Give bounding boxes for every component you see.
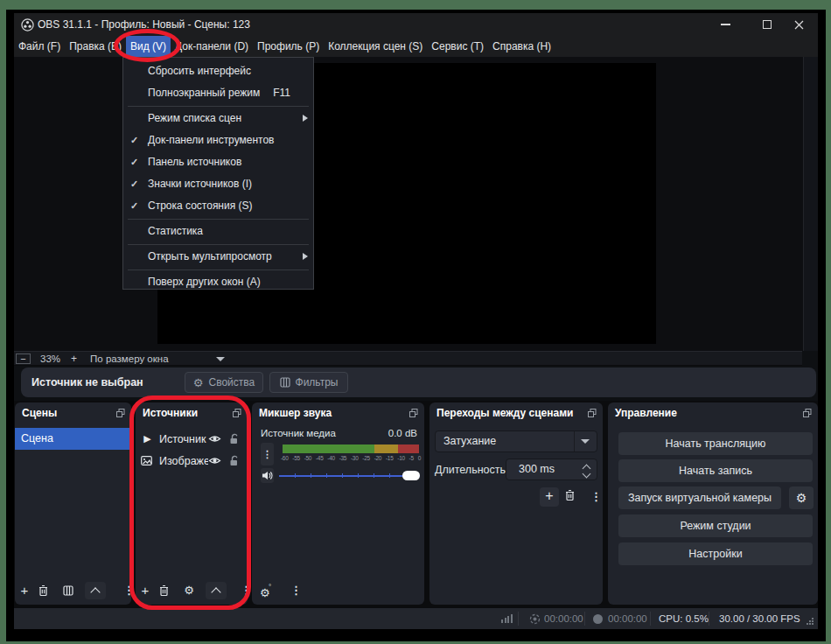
close-button[interactable] [784,13,814,36]
mixer-channel-name: Источник медиа [261,428,336,438]
controls-dock: Управление Начать трансляцию Начать запи… [608,402,818,605]
menu-scene-collection[interactable]: Коллекция сцен (S) [324,36,427,57]
scenes-dock: Сцены Сцена + ⋮ [15,402,131,605]
menu-help[interactable]: Справка (Н) [488,36,555,57]
duration-spinbox[interactable]: 300 ms [506,458,597,480]
filter-icon [280,377,290,388]
checkmark-icon: ✓ [130,195,138,217]
menu-item-fullscreen[interactable]: Полноэкранный режимF11 [123,82,313,104]
menu-item-status-bar[interactable]: ✓Строка состояния (S) [123,195,313,217]
scene-item[interactable]: Сцена [15,428,131,450]
properties-button[interactable]: ⚙ Свойства [185,372,263,393]
record-status-icon [592,613,604,625]
mixer-dock-title: Микшер звука [259,402,332,424]
transition-menu-button[interactable]: ⋮ [590,487,602,507]
filters-button[interactable]: Фильтры [269,372,348,393]
zoom-out-button[interactable]: − [16,354,31,364]
start-recording-button[interactable]: Начать запись [618,459,813,482]
zoom-toolbar: − 33% + По размеру окна [14,351,802,366]
transitions-dock: Переходы между сценами Затухание Длитель… [429,402,603,605]
mixer-level-label: 0.0 dB [388,428,417,438]
add-scene-button[interactable]: + [17,582,31,599]
meter-scale: -60-55-50-45-40-35-30-25-20-15-10-50 [281,455,421,461]
scenes-dock-title: Сцены [22,402,57,424]
transition-select[interactable]: Затухание [435,430,597,452]
mixer-toolbar: ⚙° ⋮ [252,582,424,599]
mixer-channel-menu-button[interactable]: ⋮ [261,443,274,466]
volume-slider-handle[interactable] [402,471,420,480]
mute-button[interactable] [261,468,274,483]
mixer-menu-button[interactable]: ⋮ [290,582,302,599]
popout-icon[interactable] [588,409,597,417]
zoom-mode-select[interactable]: По размеру окна [90,354,168,364]
settings-button[interactable]: Настройки [618,542,813,565]
maximize-button[interactable] [752,13,782,36]
submenu-arrow-icon [303,253,308,260]
source-toolbar: Источник не выбран ⚙ Свойства Фильтры [21,368,816,397]
menu-item-always-on-top[interactable]: Поверх других окон (A) [123,271,313,293]
studio-mode-button[interactable]: Режим студии [618,514,813,537]
popout-icon[interactable] [803,409,812,417]
source-status-label: Источник не выбран [31,368,143,397]
stream-status-icon [529,613,541,625]
menu-item-multiview[interactable]: Открыть мультипросмотр [123,246,313,268]
annotation-rect-sources [129,396,251,610]
menu-item-scene-list-mode[interactable]: Режим списка сцен [123,108,313,130]
fps-indicator: 30.00 / 30.00 FPS [719,608,800,629]
duration-label: Длительность [435,464,506,476]
volume-slider[interactable] [279,468,420,483]
menu-file[interactable]: Файл (F) [14,36,65,57]
scene-up-button[interactable] [85,582,106,599]
zoom-level: 33% [40,354,60,364]
remove-scene-button[interactable] [38,584,49,597]
volume-meter [283,444,419,453]
submenu-arrow-icon [303,115,308,122]
statusbar: 00:00:00 00:00:00 CPU: 0.5% 30.00 / 30.0… [14,608,818,629]
popout-icon[interactable] [409,409,418,417]
menu-item-reset-ui[interactable]: Сбросить интерфейс [123,60,313,82]
popout-icon[interactable] [116,409,125,417]
remove-transition-button[interactable] [564,489,576,501]
add-transition-button[interactable]: + [540,487,559,507]
view-menu-dropdown: Сбросить интерфейс Полноэкранный режимF1… [122,57,314,290]
cpu-usage: CPU: 0.5% [659,608,709,629]
virtual-camera-settings-button[interactable]: ⚙ [789,486,814,509]
record-time: 00:00:00 [608,608,647,629]
menu-docks[interactable]: Док-панели (D) [171,36,253,57]
checkmark-icon: ✓ [130,151,138,173]
preview-scrollbar[interactable] [803,57,818,351]
minimize-button[interactable] [710,13,740,36]
menu-profile[interactable]: Профиль (Р) [253,36,324,57]
annotation-oval-view-menu [114,29,181,62]
transitions-dock-title: Переходы между сценами [436,402,573,424]
zoom-in-button[interactable]: + [71,353,77,365]
menu-item-source-icons[interactable]: ✓Значки источников (I) [123,173,313,195]
mixer-dock: Микшер звука Источник медиа 0.0 dB ⋮ -60… [252,402,424,605]
checkmark-icon: ✓ [130,130,138,151]
start-virtual-camera-button[interactable]: Запуск виртуальной камеры [618,486,781,509]
gear-icon: ⚙ [193,376,204,389]
scene-filters-button[interactable] [63,585,73,596]
chevron-down-icon [581,439,590,444]
start-streaming-button[interactable]: Начать трансляцию [618,432,813,455]
audio-settings-icon[interactable]: ⚙° [260,584,270,600]
menu-item-stats[interactable]: Статистика [123,220,313,242]
controls-dock-title: Управление [615,402,677,424]
stream-time: 00:00:00 [544,608,583,629]
obs-logo-icon [21,18,34,32]
menu-tools[interactable]: Сервис (Т) [427,36,488,57]
scenes-toolbar: + ⋮ [15,582,131,599]
signal-icon [501,614,513,623]
spin-down-icon[interactable] [583,470,591,479]
menu-item-source-toolbar[interactable]: ✓Панель источников [123,151,313,173]
menu-item-toolbars[interactable]: ✓Док-панели инструментов [123,130,313,151]
zoom-mode-caret-icon[interactable] [216,357,225,361]
checkmark-icon: ✓ [130,173,138,195]
resize-grip[interactable] [806,617,814,626]
